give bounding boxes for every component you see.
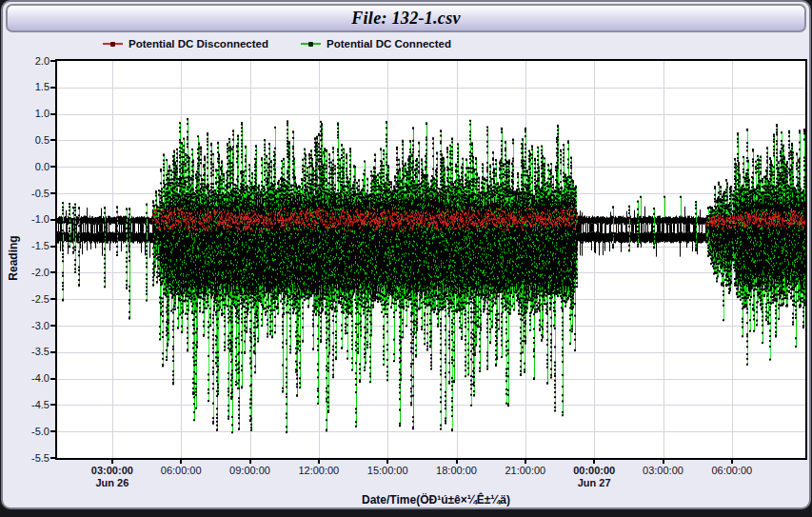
x-tick-mark: [180, 460, 182, 464]
y-tick-mark: [50, 87, 55, 89]
x-tick-mark: [731, 460, 733, 464]
x-axis-title: Date/Time(ÖÐ¹ú±ê×¼Ê±¼ä): [279, 493, 593, 507]
x-tick-label: 00:00:00: [560, 465, 628, 476]
y-tick-label: -4.5: [21, 399, 50, 410]
x-tick-mark: [525, 460, 526, 464]
y-tick-label: -5.0: [21, 426, 50, 437]
title-bar[interactable]: File: 132-1.csv: [6, 4, 806, 32]
y-tick-label: -2.5: [21, 293, 50, 305]
x-tick-mark: [593, 460, 595, 464]
x-tick-day-label: Jun 27: [560, 477, 628, 488]
legend-marker-green-icon: [301, 43, 321, 45]
y-tick-mark: [50, 113, 55, 115]
y-tick-mark: [50, 192, 55, 194]
y-tick-mark: [50, 404, 55, 406]
y-tick-label: -3.5: [21, 346, 50, 357]
x-tick-mark: [386, 460, 388, 464]
chart-window: File: 132-1.csv Potential DC Disconnecte…: [1, 0, 811, 509]
x-tick-label: 03:00:00: [78, 465, 147, 476]
legend: Potential DC Disconnected Potential DC C…: [103, 38, 451, 50]
y-tick-label: -4.0: [21, 372, 50, 384]
y-tick-label: -3.0: [21, 320, 50, 331]
y-tick-label: 1.0: [21, 108, 50, 119]
y-tick-label: -1.5: [21, 240, 50, 251]
x-tick-day-label: Jun 26: [78, 477, 147, 488]
y-tick-label: -5.5: [21, 452, 50, 464]
x-tick-mark: [318, 460, 320, 464]
x-tick-mark: [456, 460, 458, 464]
y-tick-mark: [50, 325, 55, 327]
y-tick-mark: [50, 246, 55, 248]
plot-area[interactable]: [55, 59, 807, 460]
x-tick-mark: [111, 460, 113, 464]
x-tick-label: 09:00:00: [216, 465, 285, 476]
y-tick-mark: [50, 457, 55, 459]
legend-item-connected[interactable]: Potential DC Connected: [301, 38, 451, 50]
x-tick-label: 18:00:00: [423, 465, 491, 476]
y-tick-label: -1.0: [21, 213, 50, 225]
x-tick-label: 06:00:00: [698, 465, 766, 476]
y-tick-mark: [50, 271, 55, 273]
y-axis-title: Reading: [7, 225, 20, 291]
y-tick-label: 0.5: [21, 134, 50, 146]
y-tick-mark: [50, 430, 55, 432]
x-tick-label: 21:00:00: [491, 465, 560, 476]
legend-label: Potential DC Disconnected: [129, 38, 268, 50]
y-tick-mark: [50, 298, 55, 300]
y-tick-mark: [50, 378, 55, 380]
y-tick-label: 1.5: [21, 81, 50, 92]
y-tick-mark: [50, 166, 55, 168]
y-tick-label: -2.0: [21, 267, 50, 278]
x-tick-label: 03:00:00: [629, 465, 698, 476]
y-tick-mark: [50, 351, 55, 353]
y-tick-label: 2.0: [21, 55, 50, 67]
x-tick-mark: [663, 460, 664, 464]
x-tick-label: 06:00:00: [147, 465, 215, 476]
y-tick-mark: [50, 60, 55, 62]
y-tick-mark: [50, 219, 55, 221]
y-tick-label: 0.0: [21, 161, 50, 172]
window-title: File: 132-1.csv: [351, 9, 460, 29]
y-tick-label: -0.5: [21, 188, 50, 199]
y-tick-mark: [50, 139, 55, 141]
x-tick-mark: [249, 460, 251, 464]
legend-item-disconnected[interactable]: Potential DC Disconnected: [103, 38, 268, 50]
chart-canvas[interactable]: [57, 61, 805, 458]
legend-label: Potential DC Connected: [327, 38, 451, 50]
x-tick-label: 15:00:00: [353, 465, 422, 476]
x-tick-label: 12:00:00: [285, 465, 353, 476]
legend-marker-red-icon: [103, 43, 123, 45]
